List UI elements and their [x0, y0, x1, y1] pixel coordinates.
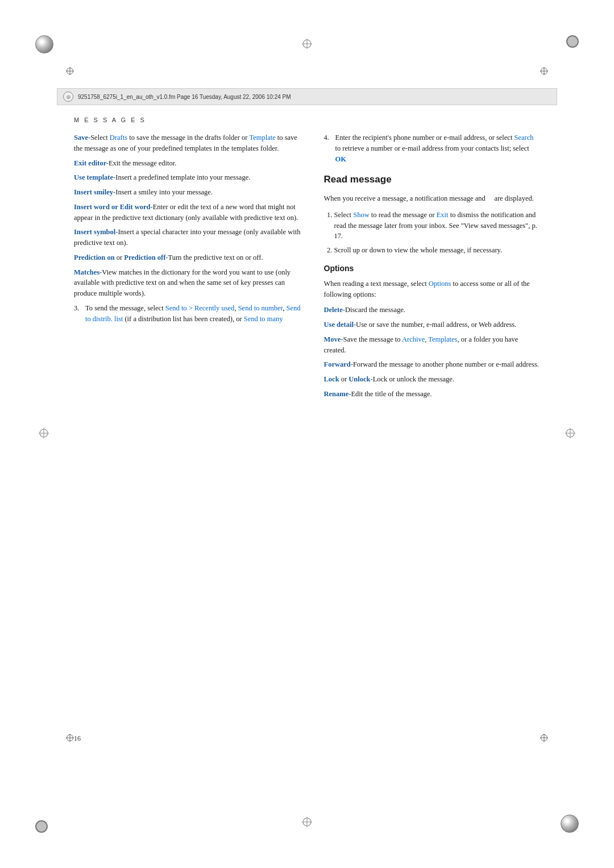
- entry-insert-smiley: Insert smiley-Insert a smiley into your …: [74, 187, 301, 198]
- options-title: Options: [324, 263, 540, 275]
- entry-exit-editor: Exit editor-Exit the message editor.: [74, 158, 301, 169]
- option-lock: Lock or Unlock-Lock or unlock the messag…: [324, 374, 540, 385]
- step3-number: 3.: [74, 303, 83, 325]
- option-use-detail-body: Use or save the number, e-mail address, …: [356, 321, 516, 329]
- corner-decoration-tl: [35, 35, 53, 53]
- option-delete-body: Discard the message.: [345, 306, 405, 314]
- step3: 3. To send the message, select Send to >…: [74, 303, 301, 325]
- option-use-detail: Use detail-Use or save the number, e-mai…: [324, 319, 540, 330]
- entry-matches-title: Matches-: [74, 268, 102, 276]
- header-bar: ◎ 9251758_6275i_1_en_au_oth_v1.0.fm Page…: [57, 88, 557, 105]
- option-rename-title: Rename-: [324, 390, 351, 398]
- cross-tr: [540, 67, 548, 77]
- option-move-body: Save the message to Archive, Templates, …: [324, 335, 518, 354]
- cross-bl: [66, 734, 74, 744]
- entry-prediction: Prediction on or Prediction off-Turn the…: [74, 252, 301, 263]
- read-message-steps: Select Show to read the message or Exit …: [324, 210, 540, 256]
- section-heading: M e s s a g e s: [74, 117, 540, 123]
- left-column: Save-Select Drafts to save the message i…: [74, 132, 307, 404]
- page: ◎ 9251758_6275i_1_en_au_oth_v1.0.fm Page…: [0, 0, 614, 868]
- option-rename: Rename-Edit the title of the message.: [324, 389, 540, 400]
- read-step-1: Select Show to read the message or Exit …: [334, 210, 540, 242]
- cross-br: [540, 734, 548, 744]
- corner-decoration-br: [561, 815, 579, 833]
- cross-tl: [66, 67, 74, 77]
- entry-prediction-off: Prediction off-: [124, 254, 168, 261]
- options-intro: When reading a text message, select Opti…: [324, 279, 540, 301]
- entry-prediction-title: Prediction on: [74, 254, 115, 261]
- entry-use-template-title: Use template-: [74, 173, 115, 181]
- reg-mark-left: [39, 428, 49, 441]
- option-move-title: Move-: [324, 335, 343, 343]
- option-forward-title: Forward-: [324, 360, 353, 368]
- entry-save-title: Save-: [74, 134, 90, 142]
- two-column-layout: Save-Select Drafts to save the message i…: [74, 132, 540, 404]
- read-message-title: Read message: [324, 172, 540, 187]
- corner-decoration-tr: [566, 35, 579, 48]
- step4-text: Enter the recipient's phone number or e-…: [335, 132, 540, 164]
- entry-prediction-body: Turn the predictive text on or off.: [168, 254, 263, 261]
- entry-insert-smiley-body: Insert a smiley into your message.: [115, 188, 213, 196]
- step4-number: 4.: [324, 132, 333, 164]
- option-move: Move-Save the message to Archive, Templa…: [324, 334, 540, 356]
- option-lock-or: or: [339, 375, 349, 383]
- right-column: 4. Enter the recipient's phone number or…: [324, 132, 540, 404]
- entry-save: Save-Select Drafts to save the message i…: [74, 132, 301, 154]
- option-delete-title: Delete-: [324, 306, 345, 314]
- entry-use-template-body: Insert a predefined template into your m…: [115, 173, 250, 181]
- option-forward-body: Forward the message to another phone num…: [353, 360, 539, 368]
- option-use-detail-title: Use detail-: [324, 321, 356, 329]
- entry-save-body: Select Drafts to save the message in the…: [74, 134, 297, 152]
- option-rename-body: Edit the title of the message.: [351, 390, 432, 398]
- entry-matches-body: View matches in the dictionary for the w…: [74, 268, 291, 298]
- reg-mark-right: [565, 428, 575, 441]
- entry-exit-editor-title: Exit editor-: [74, 159, 109, 167]
- entry-matches: Matches-View matches in the dictionary f…: [74, 267, 301, 299]
- entry-insert-symbol-title: Insert symbol-: [74, 228, 118, 236]
- corner-decoration-bl: [35, 820, 48, 833]
- option-forward: Forward-Forward the message to another p…: [324, 359, 540, 370]
- reg-mark-top: [302, 39, 312, 51]
- header-text: 9251758_6275i_1_en_au_oth_v1.0.fm Page 1…: [78, 94, 291, 100]
- page-number: 16: [74, 734, 81, 743]
- entry-insert-word: Insert word or Edit word-Enter or edit t…: [74, 202, 301, 223]
- step3-text: To send the message, select Send to > Re…: [85, 303, 301, 325]
- entry-use-template: Use template-Insert a predefined templat…: [74, 172, 301, 183]
- entry-insert-symbol: Insert symbol-Insert a special character…: [74, 227, 301, 248]
- entry-insert-smiley-title: Insert smiley-: [74, 188, 115, 196]
- entry-prediction-or: or: [115, 254, 125, 261]
- content-area: M e s s a g e s Save-Select Drafts to sa…: [74, 117, 540, 726]
- read-step-2: Scroll up or down to view the whole mess…: [334, 245, 540, 256]
- option-lock-title: Lock: [324, 375, 339, 383]
- option-unlock-title: Unlock-: [349, 375, 372, 383]
- option-lock-body: Lock or unlock the message.: [373, 375, 454, 383]
- option-delete: Delete-Discard the message.: [324, 305, 540, 315]
- reg-mark-bottom: [302, 817, 312, 829]
- entry-exit-editor-body: Exit the message editor.: [109, 159, 176, 167]
- step4: 4. Enter the recipient's phone number or…: [324, 132, 540, 164]
- header-circle: ◎: [63, 92, 73, 102]
- read-message-intro: When you receive a message, a notificati…: [324, 193, 540, 204]
- entry-insert-word-title: Insert word or Edit word-: [74, 203, 153, 211]
